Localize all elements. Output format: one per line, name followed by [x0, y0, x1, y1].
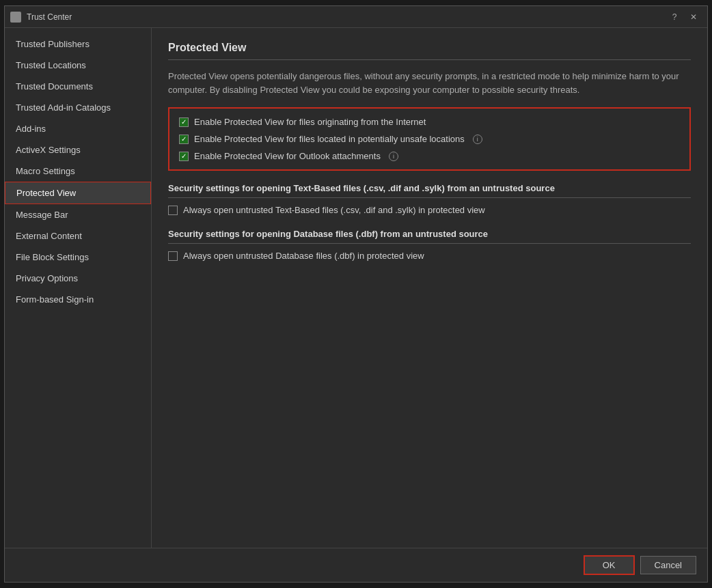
sidebar-item-add-ins[interactable]: Add-ins — [5, 118, 151, 139]
sidebar: Trusted Publishers Trusted Locations Tru… — [5, 28, 152, 548]
title-bar-left: Trust Center — [10, 12, 72, 23]
sidebar-item-macro-settings[interactable]: Macro Settings — [5, 160, 151, 182]
checkbox-label-text-based: Always open untrusted Text-Based files (… — [183, 205, 485, 215]
dialog-footer: OK Cancel — [5, 548, 707, 582]
checkbox-row-database: Always open untrusted Database files (.d… — [168, 251, 691, 261]
checkbox-label-internet: Enable Protected View for files originat… — [194, 117, 426, 127]
sidebar-item-protected-view[interactable]: Protected View — [5, 182, 151, 204]
sidebar-item-privacy-options[interactable]: Privacy Options — [5, 268, 151, 289]
sidebar-item-message-bar[interactable]: Message Bar — [5, 204, 151, 225]
database-section: Security settings for opening Database f… — [168, 229, 691, 261]
section-description: Protected View opens potentially dangero… — [168, 70, 691, 96]
checkbox-text-based[interactable] — [168, 206, 178, 215]
database-divider — [168, 243, 691, 244]
close-button[interactable]: ✕ — [685, 9, 702, 25]
checkbox-label-outlook: Enable Protected View for Outlook attach… — [194, 151, 381, 161]
section-title: Protected View — [168, 42, 691, 54]
main-content: Protected View Protected View opens pote… — [152, 28, 707, 548]
checkbox-row-unsafe-locations: ✓ Enable Protected View for files locate… — [179, 134, 680, 144]
ok-button[interactable]: OK — [584, 555, 635, 575]
app-icon — [10, 12, 21, 23]
trust-center-dialog: Trust Center ? ✕ Trusted Publishers Trus… — [4, 5, 708, 583]
help-button[interactable]: ? — [666, 9, 683, 25]
checkbox-label-database: Always open untrusted Database files (.d… — [183, 251, 424, 261]
database-title: Security settings for opening Database f… — [168, 229, 691, 239]
info-icon-outlook[interactable]: i — [389, 152, 398, 161]
checkbox-label-unsafe: Enable Protected View for files located … — [194, 134, 465, 144]
info-icon-unsafe[interactable]: i — [473, 135, 482, 144]
checkbox-row-text-based: Always open untrusted Text-Based files (… — [168, 205, 691, 215]
checkmark-outlook: ✓ — [181, 153, 187, 160]
dialog-title: Trust Center — [27, 12, 72, 22]
checkbox-row-outlook: ✓ Enable Protected View for Outlook atta… — [179, 151, 680, 161]
sidebar-item-file-block-settings[interactable]: File Block Settings — [5, 247, 151, 268]
text-based-title: Security settings for opening Text-Based… — [168, 183, 691, 193]
protected-view-checkboxes-box: ✓ Enable Protected View for files origin… — [168, 107, 691, 171]
sidebar-item-trusted-documents[interactable]: Trusted Documents — [5, 76, 151, 97]
checkbox-row-internet: ✓ Enable Protected View for files origin… — [179, 117, 680, 127]
checkmark-internet: ✓ — [181, 119, 187, 126]
cancel-button[interactable]: Cancel — [640, 556, 696, 574]
sidebar-item-external-content[interactable]: External Content — [5, 225, 151, 247]
checkbox-internet[interactable]: ✓ — [179, 117, 189, 127]
checkbox-outlook[interactable]: ✓ — [179, 152, 189, 161]
section-divider — [168, 59, 691, 60]
sidebar-item-trusted-add-in-catalogs[interactable]: Trusted Add-in Catalogs — [5, 97, 151, 118]
checkbox-database[interactable] — [168, 251, 178, 261]
title-bar: Trust Center ? ✕ — [5, 6, 707, 28]
text-based-section: Security settings for opening Text-Based… — [168, 183, 691, 215]
sidebar-item-trusted-locations[interactable]: Trusted Locations — [5, 55, 151, 76]
title-bar-buttons: ? ✕ — [666, 9, 702, 25]
checkmark-unsafe: ✓ — [181, 136, 187, 143]
sidebar-item-activex-settings[interactable]: ActiveX Settings — [5, 139, 151, 160]
dialog-body: Trusted Publishers Trusted Locations Tru… — [5, 28, 707, 548]
sidebar-item-form-based-sign-in[interactable]: Form-based Sign-in — [5, 289, 151, 310]
checkbox-unsafe-locations[interactable]: ✓ — [179, 135, 189, 144]
text-based-divider — [168, 197, 691, 198]
sidebar-item-trusted-publishers[interactable]: Trusted Publishers — [5, 33, 151, 55]
